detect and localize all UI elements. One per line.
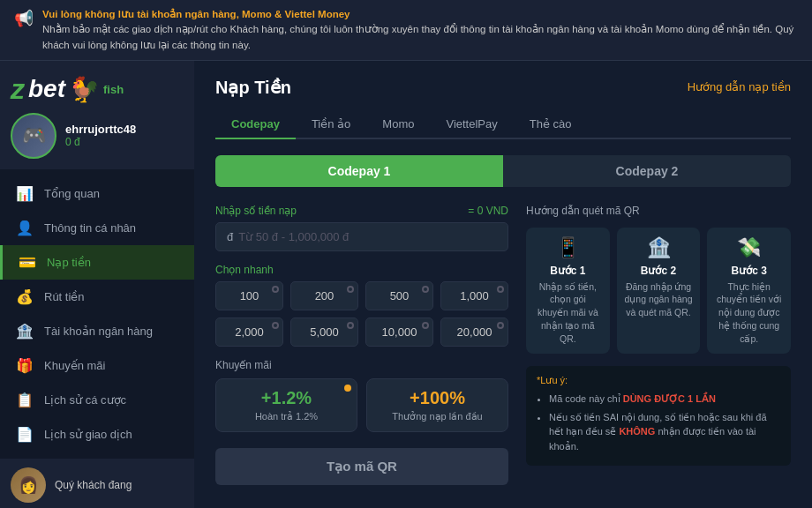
amount-input[interactable] — [238, 230, 497, 243]
sidebar-footer: 👩 Quý khách đang — [0, 459, 194, 508]
note-1: Mã code này chỉ DÙNG ĐƯỢC 1 LẦN — [549, 392, 780, 407]
sidebar-header: z bet 🐓 fish 🎮 ehrrujorttc48 0 đ — [0, 61, 194, 169]
guide-link[interactable]: Hướng dẫn nạp tiền — [688, 80, 791, 93]
nav-label-tong-quan: Tổng quan — [44, 187, 100, 200]
banner-body: Nhằm bảo mật các giao dịch nạp/rút cho K… — [42, 24, 793, 49]
codepay1-button[interactable]: Codepay 1 — [215, 155, 503, 187]
sidebar-item-tai-khoan[interactable]: 🏦 Tài khoản ngân hàng — [0, 314, 194, 348]
balance: 0 đ — [65, 136, 136, 148]
content-inner: Nạp Tiền Hướng dẫn nạp tiền Codepay Tiền… — [194, 61, 812, 501]
promo-label: Khuyến mãi — [215, 359, 508, 371]
sidebar-item-nap-tien[interactable]: 💳 Nạp tiền — [0, 245, 194, 280]
qr-guide: Hướng dẫn quét mã QR 📱 Bước 1 Nhập số ti… — [526, 205, 791, 485]
doc-icon: 📄 — [16, 426, 34, 443]
qr-steps: 📱 Bước 1 Nhập số tiền, chọn gói khuyến m… — [526, 228, 791, 354]
support-avatar: 👩 — [11, 467, 46, 503]
amount-value: = 0 VND — [468, 205, 508, 217]
nav-label-thong-tin: Thông tin cá nhân — [44, 221, 136, 235]
tab-momo[interactable]: Momo — [366, 110, 430, 139]
codepay2-button[interactable]: Codepay 2 — [503, 155, 791, 187]
amount-20000[interactable]: 20,000 — [440, 318, 508, 347]
tab-the-cao[interactable]: Thẻ cào — [514, 110, 588, 139]
amount-100[interactable]: 100 — [215, 281, 283, 310]
step3-icon: 💸 — [714, 236, 784, 259]
list-icon: 📋 — [16, 392, 34, 408]
amount-5000[interactable]: 5,000 — [290, 318, 358, 347]
promo-cards: +1.2% Hoàn trả 1.2% +100% Thưởng nạp lần… — [215, 378, 508, 432]
gift-icon: 🎁 — [16, 357, 34, 374]
step2-desc: Đăng nhập ứng dụng ngân hàng và quét mã … — [624, 280, 694, 319]
user-icon: 👤 — [16, 220, 34, 236]
step2-title: Bước 2 — [624, 265, 694, 277]
logo-rooster-icon: 🐓 — [69, 75, 100, 104]
top-banner: 📢 Vui lòng không lưu tài khoản ngân hàng… — [0, 0, 812, 61]
sidebar-item-rut-tien[interactable]: 💰 Rút tiền — [0, 280, 194, 314]
step1-desc: Nhập số tiền, chọn gói khuyến mãi và nhậ… — [533, 280, 603, 345]
notes-title: *Lưu ý: — [537, 375, 780, 386]
nav-label-nap-tien: Nạp tiền — [47, 256, 91, 269]
qr-step-2: 🏦 Bước 2 Đăng nhập ứng dụng ngân hàng và… — [617, 228, 701, 354]
step2-icon: 🏦 — [624, 236, 694, 259]
quick-amounts-group: Chọn nhanh 100 200 500 1,000 2,000 5,000… — [215, 264, 508, 347]
avatar-area: 🎮 ehrrujorttc48 0 đ — [11, 113, 184, 159]
nav-label-lich-su-giao-dich: Lịch sử giao dịch — [44, 428, 132, 441]
logo-fish: fish — [103, 83, 124, 96]
form-section: Nhập số tiền nạp = 0 VND đ Chọn nhanh — [215, 205, 791, 485]
promo-percent-2: +100% — [378, 388, 497, 408]
support-label: Quý khách đang — [55, 479, 132, 491]
sidebar-item-khuyen-mai[interactable]: 🎁 Khuyến mãi — [0, 348, 194, 383]
nav-label-rut-tien: Rút tiền — [44, 290, 85, 303]
banner-text: Vui lòng không lưu tài khoản ngân hàng, … — [42, 7, 798, 53]
amount-200[interactable]: 200 — [290, 281, 358, 310]
amount-10000[interactable]: 10,000 — [365, 318, 433, 347]
form-left: Nhập số tiền nạp = 0 VND đ Chọn nhanh — [215, 205, 508, 485]
chart-icon: 📊 — [16, 185, 34, 202]
amount-1000[interactable]: 1,000 — [440, 281, 508, 310]
sidebar-nav: 📊 Tổng quan 👤 Thông tin cá nhân 💳 Nạp ti… — [0, 169, 194, 459]
sidebar-item-tong-quan[interactable]: 📊 Tổng quan — [0, 176, 194, 211]
sidebar-item-lich-su-cuoc[interactable]: 📋 Lịch sử cá cược — [0, 383, 194, 417]
quick-amounts: 100 200 500 1,000 2,000 5,000 10,000 20,… — [215, 281, 508, 347]
main-layout: z bet 🐓 fish 🎮 ehrrujorttc48 0 đ 📊 Tổng … — [0, 61, 812, 508]
qr-step-1: 📱 Bước 1 Nhập số tiền, chọn gói khuyến m… — [526, 228, 610, 354]
amount-input-wrapper: đ — [215, 222, 508, 251]
step3-title: Bước 3 — [714, 265, 784, 277]
page-header: Nạp Tiền Hướng dẫn nạp tiền — [215, 77, 791, 98]
page-title: Nạp Tiền — [215, 77, 291, 98]
logo-bet: bet — [28, 77, 65, 101]
sidebar-item-lich-su-giao-dich[interactable]: 📄 Lịch sử giao dịch — [0, 417, 194, 452]
submit-button[interactable]: Tạo mã QR — [215, 448, 508, 485]
card-icon: 💳 — [19, 254, 36, 271]
amount-500[interactable]: 500 — [365, 281, 433, 310]
tabs: Codepay Tiền ảo Momo ViettelPay Thẻ cào — [215, 110, 791, 139]
logo-z: z — [11, 75, 25, 103]
sidebar-item-thong-tin[interactable]: 👤 Thông tin cá nhân — [0, 211, 194, 245]
tab-codepay[interactable]: Codepay — [215, 110, 296, 139]
qr-guide-title: Hướng dẫn quét mã QR — [526, 205, 791, 217]
note-2: Nếu số tiền SAI nội dung, số tiền hoặc s… — [549, 410, 780, 454]
nav-label-tai-khoan: Tài khoản ngân hàng — [44, 325, 153, 338]
promo-card-2[interactable]: +100% Thưởng nạp lần đầu — [366, 378, 508, 432]
tab-tien-ao[interactable]: Tiền ảo — [296, 110, 366, 139]
currency-prefix: đ — [227, 230, 233, 243]
tab-viettelpay[interactable]: ViettelPay — [430, 110, 513, 139]
step3-desc: Thực hiện chuyển tiền với nội dung được … — [714, 280, 784, 345]
promo-card-1[interactable]: +1.2% Hoàn trả 1.2% — [215, 378, 357, 432]
nav-label-khuyen-mai: Khuyến mãi — [44, 359, 105, 372]
content-area: Nạp Tiền Hướng dẫn nạp tiền Codepay Tiền… — [194, 61, 812, 508]
promo-section: Khuyến mãi +1.2% Hoàn trả 1.2% +100% Thư… — [215, 359, 508, 432]
banner-highlight: Vui lòng không lưu tài khoản ngân hàng, … — [42, 9, 350, 19]
username: ehrrujorttc48 — [65, 123, 136, 136]
step1-icon: 📱 — [533, 236, 603, 259]
qr-step-3: 💸 Bước 3 Thực hiện chuyển tiền với nội d… — [707, 228, 791, 354]
step1-title: Bước 1 — [533, 265, 603, 277]
avatar: 🎮 — [11, 113, 56, 159]
megaphone-icon: 📢 — [14, 9, 34, 28]
sidebar: z bet 🐓 fish 🎮 ehrrujorttc48 0 đ 📊 Tổng … — [0, 61, 194, 508]
money-icon: 💰 — [16, 288, 34, 305]
qr-notes: *Lưu ý: Mã code này chỉ DÙNG ĐƯỢC 1 LẦN … — [526, 366, 791, 466]
quick-select-label: Chọn nhanh — [215, 264, 508, 276]
amount-2000[interactable]: 2,000 — [215, 318, 283, 347]
amount-label: Nhập số tiền nạp = 0 VND — [215, 205, 508, 217]
bank-icon: 🏦 — [16, 323, 34, 340]
